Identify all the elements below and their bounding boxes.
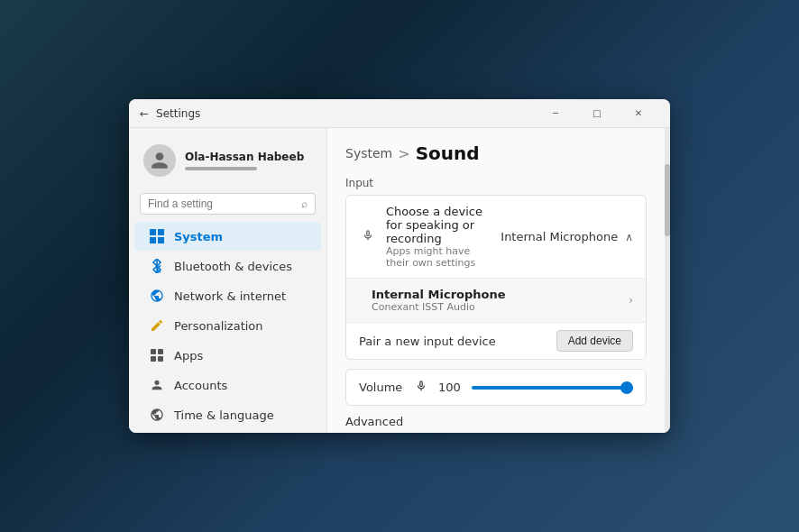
breadcrumb-parent[interactable]: System <box>345 146 392 161</box>
choose-device-value: Internal Microphone <box>501 230 618 243</box>
svg-rect-2 <box>150 237 156 243</box>
user-status-bar <box>185 167 257 170</box>
pair-label: Pair a new input device <box>359 335 496 348</box>
add-device-button[interactable]: Add device <box>556 330 633 352</box>
breadcrumb: System > Sound <box>345 142 647 164</box>
microphone-content: Internal Microphone Conexant ISST Audio <box>372 288 620 313</box>
choose-device-row[interactable]: Choose a device for speaking or recordin… <box>346 196 646 279</box>
svg-rect-1 <box>158 229 164 235</box>
expand-icon[interactable]: ∧ <box>625 231 633 243</box>
apps-label: Apps <box>174 349 203 362</box>
input-section-label: Input <box>345 177 647 189</box>
accounts-label: Accounts <box>174 379 227 392</box>
choose-device-title: Choose a device for speaking or recordin… <box>386 205 491 245</box>
input-card: Choose a device for speaking or recordin… <box>345 195 647 360</box>
system-icon <box>149 228 165 244</box>
apps-icon <box>149 347 165 363</box>
window-controls: ─ □ ✕ <box>535 99 659 128</box>
settings-window: ← Settings ─ □ ✕ Ola-Hassan Habeeb <box>129 99 670 433</box>
microphone-right: › <box>629 294 633 307</box>
user-name: Ola-Hassan Habeeb <box>185 151 304 163</box>
time-label: Time & language <box>174 408 274 422</box>
user-section: Ola-Hassan Habeeb <box>129 135 326 189</box>
time-icon <box>149 407 165 423</box>
maximize-button[interactable]: □ <box>576 99 618 128</box>
sidebar-item-accounts[interactable]: Accounts <box>134 371 321 399</box>
advanced-section-label: Advanced <box>345 415 647 428</box>
choose-device-content: Choose a device for speaking or recordin… <box>386 205 491 269</box>
sidebar: Ola-Hassan Habeeb ⌕ <box>129 128 327 433</box>
search-box[interactable]: ⌕ <box>140 193 316 215</box>
volume-mic-icon <box>415 379 427 396</box>
network-icon <box>149 288 165 304</box>
close-button[interactable]: ✕ <box>618 99 659 128</box>
microphone-title: Internal Microphone <box>372 288 620 301</box>
sidebar-item-time[interactable]: Time & language <box>134 400 321 429</box>
svg-rect-0 <box>150 229 156 235</box>
microphone-subtitle: Conexant ISST Audio <box>372 301 620 313</box>
page-title: Sound <box>416 142 480 164</box>
svg-rect-5 <box>158 349 163 354</box>
system-label: System <box>174 230 223 243</box>
volume-slider[interactable] <box>472 381 633 394</box>
internal-microphone-row[interactable]: Internal Microphone Conexant ISST Audio … <box>346 279 646 323</box>
window-title: Settings <box>156 107 535 120</box>
main-content: Ola-Hassan Habeeb ⌕ <box>129 128 670 433</box>
volume-track <box>472 386 633 390</box>
sidebar-item-personalization[interactable]: Personalization <box>134 311 321 340</box>
back-button[interactable]: ← <box>140 107 149 120</box>
svg-rect-7 <box>158 356 163 362</box>
network-label: Network & internet <box>174 289 286 303</box>
breadcrumb-separator: > <box>398 145 409 162</box>
sidebar-item-bluetooth[interactable]: Bluetooth & devices <box>134 252 321 280</box>
chevron-right-icon[interactable]: › <box>629 294 633 307</box>
volume-label: Volume <box>359 381 404 394</box>
user-info: Ola-Hassan Habeeb <box>185 151 304 170</box>
title-bar: ← Settings ─ □ ✕ <box>129 99 670 128</box>
choose-device-right: Internal Microphone ∧ <box>501 230 633 243</box>
svg-rect-6 <box>151 356 156 362</box>
volume-value: 100 <box>438 381 461 394</box>
sidebar-item-apps[interactable]: Apps <box>134 341 321 370</box>
main-panel: System > Sound Input Choose a device for… <box>327 128 665 433</box>
search-input[interactable] <box>148 197 296 210</box>
sidebar-item-network[interactable]: Network & internet <box>134 281 321 310</box>
volume-card: Volume 100 <box>345 369 647 406</box>
pair-row: Pair a new input device Add device <box>346 323 646 359</box>
svg-rect-4 <box>151 349 156 354</box>
personalization-label: Personalization <box>174 319 263 333</box>
avatar <box>143 144 176 177</box>
bluetooth-label: Bluetooth & devices <box>174 260 292 273</box>
accounts-icon <box>149 377 165 393</box>
scrollbar[interactable] <box>665 128 670 433</box>
sidebar-item-system[interactable]: System <box>134 222 321 251</box>
search-icon: ⌕ <box>301 197 308 210</box>
volume-thumb <box>620 381 633 394</box>
scrollbar-thumb[interactable] <box>665 164 670 236</box>
choose-device-subtitle: Apps might have their own settings <box>386 245 491 269</box>
minimize-button[interactable]: ─ <box>535 99 576 128</box>
mic-icon <box>359 228 377 246</box>
personalization-icon <box>149 317 165 334</box>
bluetooth-icon <box>149 258 165 274</box>
svg-rect-3 <box>158 237 164 243</box>
